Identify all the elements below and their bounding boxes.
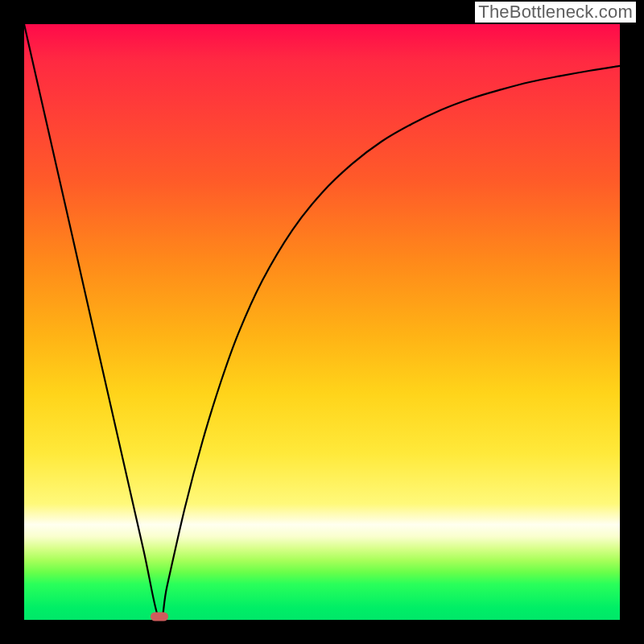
chart-frame: TheBottleneck.com bbox=[0, 0, 644, 644]
bottleneck-curve-path bbox=[24, 24, 620, 620]
minimum-marker bbox=[151, 613, 168, 621]
bottleneck-curve-svg bbox=[24, 24, 620, 620]
watermark-label: TheBottleneck.com bbox=[475, 2, 636, 23]
